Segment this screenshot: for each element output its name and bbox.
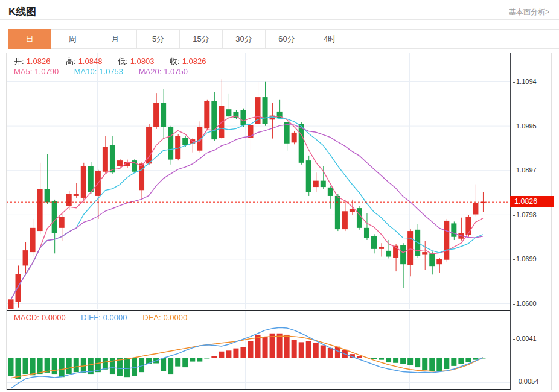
current-price-tag: 1.0826 — [510, 196, 554, 207]
price-axis-line — [510, 53, 511, 390]
fundamental-analysis-link[interactable]: 基本面分析> — [509, 7, 549, 17]
main-kline-canvas[interactable] — [7, 53, 510, 309]
ma10-value: 1.0753 — [99, 67, 123, 76]
high-value: 1.0848 — [78, 57, 103, 66]
ma5-value: 1.0790 — [34, 67, 59, 76]
tab-5min[interactable]: 5分 — [136, 29, 180, 49]
close-value: 1.0826 — [182, 57, 206, 66]
tab-30min[interactable]: 30分 — [222, 29, 266, 49]
price-axis-label: 1.1094 — [513, 78, 537, 85]
tab-week[interactable]: 周 — [51, 29, 94, 49]
high-label: 高: — [66, 57, 76, 66]
page-title: K线图 — [8, 5, 36, 19]
diff-label: DIFF: — [81, 313, 101, 322]
price-axis-label: 1.0995 — [513, 122, 537, 130]
price-axis-label: 1.0699 — [513, 255, 537, 262]
macd-canvas[interactable] — [7, 311, 510, 389]
ma20-label: MA20: — [139, 67, 162, 76]
dea-label: DEA: — [142, 313, 161, 322]
close-label: 收: — [170, 57, 180, 66]
chart-bottom-border — [7, 389, 511, 390]
ma10-label: MA10: — [74, 67, 97, 76]
kline-page: K线图 基本面分析> 日 周 月 5分 15分 30分 60分 4时 开:1.0… — [0, 0, 559, 392]
price-axis-label: 1.0600 — [513, 300, 537, 307]
low-value: 1.0803 — [130, 57, 155, 66]
tab-4hour[interactable]: 4时 — [308, 29, 351, 49]
open-label: 开: — [14, 57, 24, 66]
macd-value: 0.0000 — [42, 313, 66, 322]
macd-axis-label: 0.0041 — [513, 335, 537, 342]
macd-info-row: MACD:0.0000 DIFF:0.0000 DEA:0.0000 — [14, 313, 190, 322]
macd-axis-label: -0.0054 — [513, 378, 538, 385]
period-tab-bar: 日 周 月 5分 15分 30分 60分 4时 — [8, 29, 559, 49]
dea-value: 0.0000 — [164, 313, 188, 322]
macd-label: MACD: — [14, 313, 39, 322]
chart-container: 开:1.0826 高:1.0848 低:1.0803 收:1.0826 MA5:… — [6, 53, 552, 390]
tab-month[interactable]: 月 — [94, 29, 137, 49]
ma20-value: 1.0750 — [164, 67, 188, 76]
tab-bar-filler — [351, 29, 559, 49]
open-value: 1.0826 — [27, 57, 51, 66]
diff-value: 0.0000 — [103, 313, 127, 322]
ma5-label: MA5: — [14, 67, 32, 76]
header-divider — [0, 19, 559, 20]
tab-day[interactable]: 日 — [8, 29, 51, 49]
tab-15min[interactable]: 15分 — [179, 29, 223, 49]
ohlc-row: 开:1.0826 高:1.0848 低:1.0803 收:1.0826 — [14, 56, 208, 67]
tab-60min[interactable]: 60分 — [265, 29, 308, 49]
low-label: 低: — [118, 57, 128, 66]
price-axis-label: 1.0897 — [513, 166, 537, 174]
ma-row: MA5:1.0790 MA10:1.0753 MA20:1.0750 — [14, 67, 190, 76]
price-axis-label: 1.0798 — [513, 211, 537, 218]
